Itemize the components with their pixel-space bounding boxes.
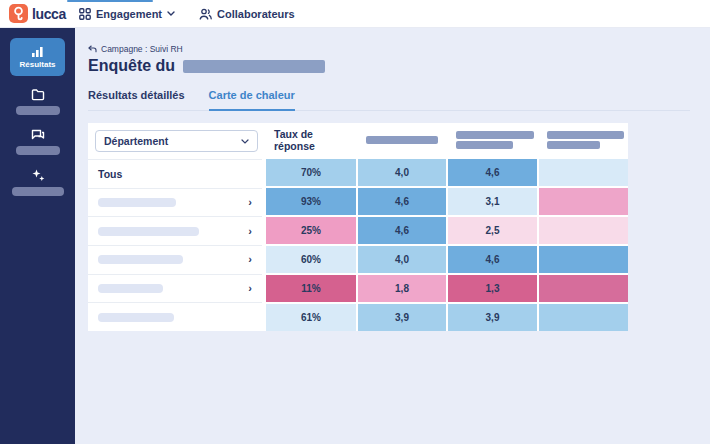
- redacted-label: [547, 131, 624, 139]
- table-row-label-redacted: [88, 302, 262, 331]
- heatmap-table: Département Tous › › ›: [88, 123, 628, 331]
- heatmap-cell: 4,6: [448, 246, 537, 273]
- heatmap-cell: 25%: [266, 217, 356, 244]
- heatmap-cell: 4,0: [358, 246, 446, 273]
- heatmap-cell: 1,3: [448, 275, 537, 302]
- redacted-label: [98, 284, 163, 293]
- sidebar-item-redacted-3[interactable]: [12, 168, 64, 196]
- column-header-redacted: [358, 123, 446, 157]
- people-icon: [199, 8, 212, 20]
- page-title: Enquête du: [88, 57, 690, 75]
- redacted-label: [456, 131, 534, 139]
- row-expand-chevron[interactable]: ›: [248, 283, 252, 294]
- main-content: Campagne : Suivi RH Enquête du Résultats…: [75, 28, 710, 444]
- heatmap-cell: 3,1: [448, 188, 537, 215]
- heatmap-cell: [539, 304, 628, 331]
- heatmap-cell: [539, 188, 628, 215]
- logo-text: lucca: [32, 6, 66, 22]
- redacted-label: [12, 187, 64, 196]
- row-expand-chevron[interactable]: ›: [248, 254, 252, 265]
- bar-chart-icon: [31, 46, 44, 58]
- redacted-label: [547, 141, 600, 149]
- nav-engagement[interactable]: Engagement: [79, 8, 175, 20]
- row-expand-chevron[interactable]: ›: [248, 226, 252, 237]
- chevron-down-icon: [167, 11, 175, 16]
- heatmap-cell: 3,9: [448, 304, 537, 331]
- departement-select-value: Département: [104, 135, 168, 147]
- top-navigation: Engagement Collaborateurs: [69, 8, 295, 20]
- heatmap-cell: [539, 217, 628, 244]
- lucca-logo[interactable]: lucca: [0, 4, 69, 23]
- heatmap-value-grid: Taux de réponse 70% 4,0 4,6 93% 4,6 3,1: [266, 123, 628, 331]
- heatmap-cell: 61%: [266, 304, 356, 331]
- browser-tab-indicator: [67, 0, 153, 2]
- nav-collaborateurs[interactable]: Collaborateurs: [199, 8, 295, 20]
- nav-engagement-label: Engagement: [96, 8, 162, 20]
- tab-carte-de-chaleur[interactable]: Carte de chaleur: [209, 89, 295, 111]
- redacted-label: [16, 106, 60, 115]
- column-header-redacted: [539, 123, 628, 157]
- redacted-label: [98, 198, 176, 207]
- lucca-logo-icon: [9, 4, 28, 23]
- heatmap-cell: 93%: [266, 188, 356, 215]
- chevron-down-icon: [241, 139, 249, 144]
- sidebar-item-redacted-2[interactable]: [16, 128, 60, 155]
- column-header-taux-de-reponse: Taux de réponse: [266, 123, 356, 157]
- heatmap-cell: 1,8: [358, 275, 446, 302]
- redacted-label: [98, 227, 199, 236]
- heatmap-cell: 2,5: [448, 217, 537, 244]
- page-title-text: Enquête du: [88, 57, 175, 75]
- heatmap-cell: 4,6: [448, 159, 537, 186]
- sidebar: Résultats: [0, 28, 75, 444]
- table-row-label-redacted[interactable]: ›: [88, 274, 262, 303]
- sidebar-item-label: Résultats: [19, 60, 55, 69]
- grid-icon: [79, 8, 91, 20]
- redacted-label: [456, 141, 513, 149]
- heatmap-label-column: Département Tous › › ›: [88, 123, 262, 331]
- tab-bar: Résultats détaillés Carte de chaleur: [88, 89, 690, 111]
- sidebar-item-redacted-1[interactable]: [16, 89, 60, 115]
- nav-collaborateurs-label: Collaborateurs: [217, 8, 295, 20]
- chat-icon: [31, 128, 45, 141]
- heatmap-cell: 70%: [266, 159, 356, 186]
- table-row-label-redacted[interactable]: ›: [88, 245, 262, 274]
- heatmap-cell: 4,0: [358, 159, 446, 186]
- row-expand-chevron[interactable]: ›: [248, 197, 252, 208]
- heatmap-cell: 4,6: [358, 217, 446, 244]
- breadcrumb[interactable]: Campagne : Suivi RH: [88, 44, 690, 54]
- redacted-label: [16, 146, 60, 155]
- redacted-label: [98, 255, 183, 264]
- heatmap-cell: [539, 275, 628, 302]
- heatmap-cell: 60%: [266, 246, 356, 273]
- heatmap-cell: [539, 246, 628, 273]
- folder-icon: [31, 89, 45, 101]
- topbar: lucca Engagement Collaborateurs: [0, 0, 710, 28]
- sidebar-item-resultats[interactable]: Résultats: [10, 38, 65, 76]
- sparkle-icon: [31, 168, 45, 182]
- heatmap-cell: [539, 159, 628, 186]
- return-arrow-icon: [88, 45, 97, 53]
- table-row-label-tous: Tous: [88, 159, 262, 188]
- heatmap-filter-cell: Département: [88, 123, 262, 159]
- heatmap-cell: 11%: [266, 275, 356, 302]
- breadcrumb-label: Campagne : Suivi RH: [101, 44, 183, 54]
- redacted-label: [366, 136, 438, 144]
- table-row-label-redacted[interactable]: ›: [88, 188, 262, 217]
- redacted-label: [98, 313, 174, 322]
- heatmap-cell: 3,9: [358, 304, 446, 331]
- departement-select[interactable]: Département: [95, 130, 258, 152]
- tab-resultats-detailles[interactable]: Résultats détaillés: [88, 89, 185, 111]
- redacted-title: [183, 60, 325, 73]
- table-row-label-redacted[interactable]: ›: [88, 216, 262, 245]
- column-header-redacted: [448, 123, 537, 157]
- heatmap-cell: 4,6: [358, 188, 446, 215]
